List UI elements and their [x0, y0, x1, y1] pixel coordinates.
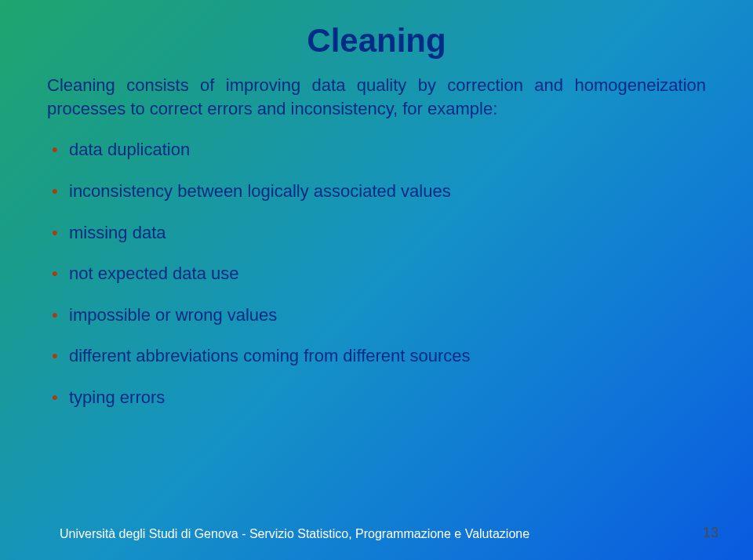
list-item: not expected data use	[50, 263, 706, 285]
page-number: 13	[703, 525, 722, 541]
list-item: typing errors	[50, 387, 706, 409]
slide: Cleaning Cleaning consists of improving …	[0, 0, 753, 560]
bullet-list: data duplication inconsistency between l…	[47, 139, 706, 409]
list-item: data duplication	[50, 139, 706, 162]
footer-text: Università degli Studi di Genova - Servi…	[60, 527, 529, 541]
slide-title: Cleaning	[47, 22, 706, 60]
intro-paragraph: Cleaning consists of improving data qual…	[47, 74, 706, 120]
list-item: impossible or wrong values	[50, 304, 706, 327]
list-item: inconsistency between logically associat…	[50, 180, 706, 203]
footer: Università degli Studi di Genova - Servi…	[0, 525, 753, 541]
list-item: missing data	[50, 222, 706, 245]
list-item: different abbreviations coming from diff…	[50, 345, 706, 368]
